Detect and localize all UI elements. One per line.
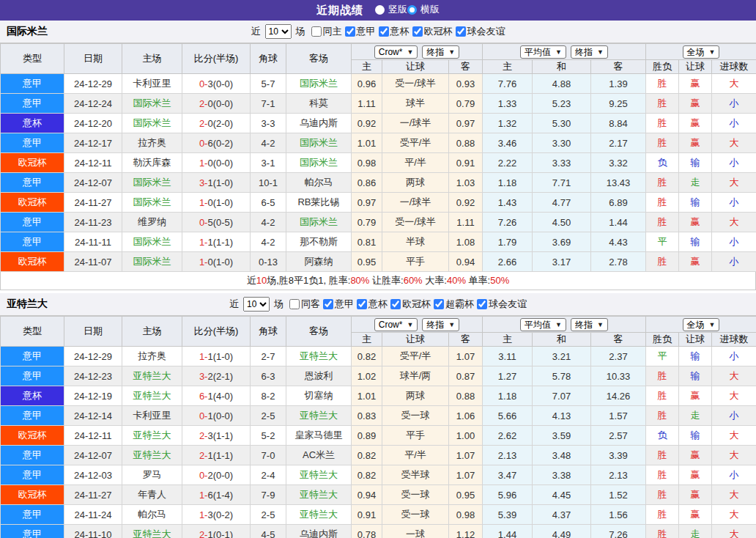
home-team[interactable]: 勒沃库森 (122, 153, 182, 173)
away-team[interactable]: 国际米兰 (286, 153, 352, 173)
avg-odds-select[interactable]: 平均值▼ (520, 45, 566, 59)
avg-odds-select[interactable]: 平均值▼ (520, 318, 566, 331)
away-team[interactable]: 亚特兰大 (286, 485, 352, 505)
layout-radio[interactable]: 竖版 (375, 3, 407, 16)
home-team[interactable]: 国际米兰 (122, 193, 182, 213)
home-team[interactable]: 罗马 (122, 465, 182, 485)
away-team[interactable]: 帕尔马 (286, 173, 352, 193)
away-team[interactable]: 亚特兰大 (286, 465, 352, 485)
league-filter-checkbox[interactable]: 球会友谊 (474, 298, 527, 311)
result-scope-select[interactable]: 全场▼ (683, 45, 720, 59)
away-team[interactable]: 乌迪内斯 (286, 114, 352, 133)
checkbox-input[interactable] (456, 26, 466, 37)
away-team[interactable]: 切塞纳 (286, 386, 352, 406)
odds-company-final-select[interactable]: 终指▼ (422, 45, 459, 59)
league-filter-checkbox[interactable]: 意杯 (376, 25, 410, 38)
checkbox-input[interactable] (323, 299, 333, 309)
away-team[interactable]: 亚特兰大 (286, 406, 352, 426)
league-filter-checkbox[interactable]: 欧冠杯 (410, 25, 453, 38)
home-team[interactable]: 维罗纳 (122, 213, 182, 232)
subcol-handicap-result: 让球 (679, 333, 712, 347)
league-badge: 欧冠杯 (1, 485, 64, 505)
avg-away: 7.26 (591, 525, 646, 538)
match-row: 意甲 24-11-11 国际米兰 1-1(1-1) 4-2 那不勒斯 0.81 … (1, 232, 756, 252)
home-team[interactable]: 国际米兰 (122, 232, 182, 252)
checkbox-input[interactable] (412, 26, 423, 37)
corners: 0-13 (251, 252, 286, 272)
score: 3-2(2-1) (182, 366, 251, 386)
avg-odds-final-select[interactable]: 终指▼ (571, 318, 608, 331)
home-team[interactable]: 国际米兰 (122, 94, 182, 114)
match-row: 意甲 24-12-07 国际米兰 3-1(1-0) 10-1 帕尔马 0.86 … (1, 173, 756, 193)
score: 0-2(0-0) (182, 465, 251, 485)
odds-handicap: 受一/球半 (382, 74, 449, 94)
away-team[interactable]: 恩波利 (286, 366, 352, 386)
odds-company-select[interactable]: Crow*▼ (374, 45, 418, 59)
home-team[interactable]: 年青人 (122, 485, 182, 505)
away-team[interactable]: 亚特兰大 (286, 347, 352, 366)
away-team[interactable]: AC米兰 (286, 446, 352, 465)
odds-company-select[interactable]: Crow*▼ (374, 318, 418, 331)
away-team[interactable]: 国际米兰 (286, 133, 352, 153)
away-team[interactable]: 国际米兰 (286, 74, 352, 94)
league-filter-checkbox[interactable]: 欧冠杯 (388, 298, 431, 311)
league-filter-checkbox[interactable]: 意甲 (342, 25, 376, 38)
same-venue-checkbox[interactable]: 同主 (308, 25, 342, 38)
home-team[interactable]: 国际米兰 (122, 114, 182, 133)
result-handicap: 赢 (679, 485, 712, 505)
away-team[interactable]: 科莫 (286, 94, 352, 114)
checkbox-input[interactable] (357, 299, 367, 309)
away-team[interactable]: 阿森纳 (286, 252, 352, 272)
checkbox-input[interactable] (390, 299, 401, 309)
avg-away: 2.37 (591, 347, 646, 366)
avg-draw: 4.37 (533, 505, 591, 525)
home-team[interactable]: 亚特兰大 (122, 525, 182, 538)
home-team[interactable]: 卡利亚里 (122, 74, 182, 94)
recent-count-select[interactable]: 10 (265, 24, 292, 39)
layout-radio[interactable]: 横版 (407, 3, 440, 16)
result-handicap: 赢 (679, 505, 712, 525)
halftime-score: (2-1) (213, 371, 233, 382)
checkbox-input[interactable] (434, 299, 444, 309)
home-team[interactable]: 国际米兰 (122, 252, 182, 272)
home-team[interactable]: 拉齐奥 (122, 347, 182, 366)
odds-handicap: 受半球 (382, 465, 449, 485)
away-team[interactable]: 乌迪内斯 (286, 525, 352, 538)
league-filter-checkbox[interactable]: 意甲 (320, 298, 354, 311)
league-filter-checkbox[interactable]: 超霸杯 (431, 298, 474, 311)
score: 2-1(0-1) (182, 525, 251, 538)
away-team[interactable]: 亚特兰大 (286, 505, 352, 525)
odds-home: 0.81 (352, 232, 382, 252)
recent-count-select[interactable]: 10 (243, 297, 270, 312)
score: 1-0(0-0) (182, 153, 251, 173)
league-filter-checkbox[interactable]: 球会友谊 (453, 25, 505, 38)
result-wdl: 胜 (646, 485, 679, 505)
league-filter-checkbox[interactable]: 意杯 (354, 298, 388, 311)
avg-away: 4.43 (591, 232, 646, 252)
home-team[interactable]: 亚特兰大 (122, 386, 182, 406)
avg-odds-final-select[interactable]: 终指▼ (571, 45, 608, 59)
odds-company-final-select[interactable]: 终指▼ (422, 318, 459, 331)
same-venue-checkbox[interactable]: 同客 (286, 298, 320, 311)
radio-icon[interactable] (375, 5, 385, 15)
away-team[interactable]: 那不勒斯 (286, 232, 352, 252)
match-date: 24-11-27 (64, 193, 122, 213)
radio-icon[interactable] (407, 5, 417, 15)
checkbox-input[interactable] (289, 299, 300, 309)
away-team[interactable]: RB莱比锡 (286, 193, 352, 213)
away-team[interactable]: 皇家马德里 (286, 426, 352, 446)
home-team[interactable]: 帕尔马 (122, 505, 182, 525)
home-team[interactable]: 卡利亚里 (122, 406, 182, 426)
checkbox-input[interactable] (345, 26, 355, 37)
home-team[interactable]: 亚特兰大 (122, 366, 182, 386)
away-team[interactable]: 国际米兰 (286, 213, 352, 232)
home-team[interactable]: 拉齐奥 (122, 133, 182, 153)
checkbox-input[interactable] (311, 26, 322, 37)
avg-home: 1.44 (483, 525, 533, 538)
home-team[interactable]: 亚特兰大 (122, 426, 182, 446)
checkbox-input[interactable] (477, 299, 487, 309)
result-scope-select[interactable]: 全场▼ (683, 318, 720, 331)
checkbox-input[interactable] (379, 26, 389, 37)
home-team[interactable]: 国际米兰 (122, 173, 182, 193)
home-team[interactable]: 亚特兰大 (122, 446, 182, 465)
